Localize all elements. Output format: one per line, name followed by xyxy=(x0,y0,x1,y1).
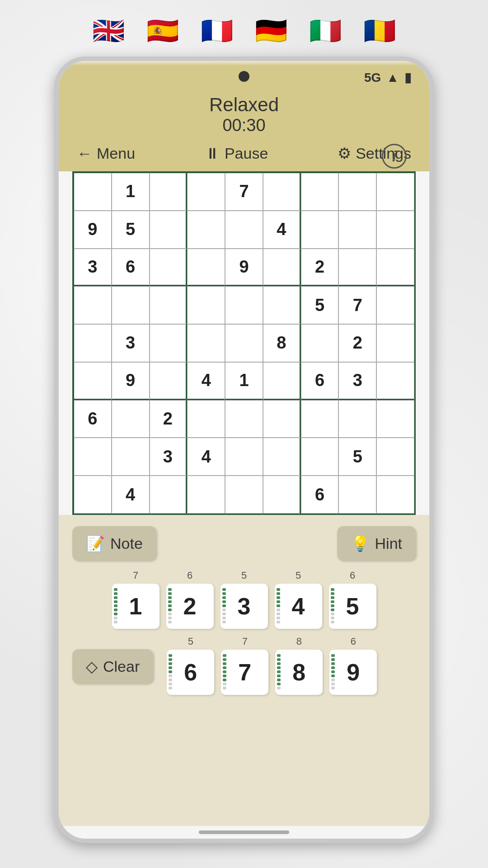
cell[interactable] xyxy=(187,286,225,324)
cell[interactable] xyxy=(150,173,188,211)
cell[interactable] xyxy=(263,362,301,400)
cell[interactable] xyxy=(187,211,225,249)
cell[interactable] xyxy=(301,400,339,438)
pause-button[interactable]: ⏸ Pause xyxy=(205,145,268,162)
cell[interactable] xyxy=(338,476,376,514)
cell[interactable] xyxy=(376,476,414,514)
cell[interactable]: 6 xyxy=(301,476,339,514)
cell[interactable] xyxy=(187,173,225,211)
cell[interactable] xyxy=(301,173,339,211)
clear-button[interactable]: ◇ Clear xyxy=(72,649,153,684)
cell[interactable]: 4 xyxy=(112,476,150,514)
cell[interactable]: 6 xyxy=(301,362,339,400)
cell[interactable]: 7 xyxy=(225,173,263,211)
cell[interactable]: 3 xyxy=(112,324,150,362)
cell[interactable]: 2 xyxy=(338,324,376,362)
cell[interactable] xyxy=(112,286,150,324)
num-btn-2[interactable]: 2 xyxy=(166,584,214,629)
note-button[interactable]: 📝 Note xyxy=(72,526,156,561)
cell[interactable] xyxy=(187,249,225,287)
germany-flag[interactable]: 🇩🇪 xyxy=(246,14,296,47)
cell[interactable] xyxy=(376,324,414,362)
cell[interactable] xyxy=(150,324,188,362)
num-btn-3[interactable]: 3 xyxy=(221,584,268,629)
num-btn-4[interactable]: 4 xyxy=(275,584,322,629)
cell[interactable] xyxy=(301,438,339,476)
cell[interactable]: 6 xyxy=(74,400,112,438)
cell[interactable] xyxy=(74,286,112,324)
cell[interactable] xyxy=(376,173,414,211)
cell[interactable]: 9 xyxy=(74,211,112,249)
cell[interactable]: 9 xyxy=(225,249,263,287)
cell[interactable] xyxy=(225,400,263,438)
cell[interactable] xyxy=(187,476,225,514)
cell[interactable] xyxy=(150,476,188,514)
cell[interactable] xyxy=(187,400,225,438)
cell[interactable] xyxy=(74,362,112,400)
cell[interactable] xyxy=(225,211,263,249)
cell[interactable] xyxy=(263,476,301,514)
cell[interactable] xyxy=(263,400,301,438)
cell[interactable] xyxy=(263,286,301,324)
cell[interactable] xyxy=(376,249,414,287)
cell[interactable]: 3 xyxy=(150,438,188,476)
cell[interactable]: 5 xyxy=(301,286,339,324)
cell[interactable]: 4 xyxy=(187,362,225,400)
cell[interactable] xyxy=(376,211,414,249)
cell[interactable] xyxy=(74,476,112,514)
cell[interactable]: 8 xyxy=(263,324,301,362)
cell[interactable] xyxy=(225,476,263,514)
menu-button[interactable]: ← Menu xyxy=(77,145,135,162)
cell[interactable]: 3 xyxy=(74,249,112,287)
num-btn-9[interactable]: 9 xyxy=(329,650,377,695)
cell[interactable]: 7 xyxy=(338,286,376,324)
spain-flag[interactable]: 🇪🇸 xyxy=(138,14,188,47)
cell[interactable]: 5 xyxy=(338,438,376,476)
cell[interactable]: 1 xyxy=(225,362,263,400)
num-btn-7[interactable]: 7 xyxy=(221,650,268,695)
num-btn-8[interactable]: 8 xyxy=(275,650,323,695)
cell[interactable] xyxy=(301,324,339,362)
france-flag[interactable]: 🇫🇷 xyxy=(192,14,242,47)
num-btn-5[interactable]: 5 xyxy=(329,584,376,629)
cell[interactable] xyxy=(187,324,225,362)
cell[interactable] xyxy=(225,286,263,324)
cell[interactable] xyxy=(112,400,150,438)
cell[interactable] xyxy=(263,173,301,211)
cell[interactable] xyxy=(225,438,263,476)
cell[interactable] xyxy=(376,286,414,324)
cell[interactable]: 2 xyxy=(301,249,339,287)
cell[interactable] xyxy=(338,211,376,249)
cell[interactable]: 5 xyxy=(112,211,150,249)
hint-button[interactable]: 💡 Hint xyxy=(337,526,416,561)
cell[interactable]: 4 xyxy=(263,211,301,249)
cell[interactable] xyxy=(74,438,112,476)
cell[interactable] xyxy=(74,173,112,211)
cell[interactable] xyxy=(263,438,301,476)
num-btn-1[interactable]: 1 xyxy=(112,584,160,629)
cell[interactable] xyxy=(263,249,301,287)
italy-flag[interactable]: 🇮🇹 xyxy=(300,14,350,47)
cell[interactable] xyxy=(301,211,339,249)
cell[interactable]: 3 xyxy=(338,362,376,400)
info-button[interactable]: i xyxy=(382,144,407,169)
cell[interactable] xyxy=(376,400,414,438)
num-btn-6[interactable]: 6 xyxy=(167,650,214,695)
cell[interactable]: 1 xyxy=(112,173,150,211)
cell[interactable] xyxy=(150,249,188,287)
cell[interactable] xyxy=(150,362,188,400)
cell[interactable] xyxy=(338,400,376,438)
romania-flag[interactable]: 🇷🇴 xyxy=(355,14,404,47)
cell[interactable]: 6 xyxy=(112,249,150,287)
uk-flag[interactable]: 🇬🇧 xyxy=(84,14,133,47)
cell[interactable] xyxy=(150,211,188,249)
cell[interactable]: 4 xyxy=(187,438,225,476)
cell[interactable]: 9 xyxy=(112,362,150,400)
cell[interactable] xyxy=(112,438,150,476)
cell[interactable] xyxy=(74,324,112,362)
cell[interactable] xyxy=(150,286,188,324)
cell[interactable]: 2 xyxy=(150,400,188,438)
cell[interactable] xyxy=(225,324,263,362)
cell[interactable] xyxy=(338,249,376,287)
cell[interactable] xyxy=(376,438,414,476)
